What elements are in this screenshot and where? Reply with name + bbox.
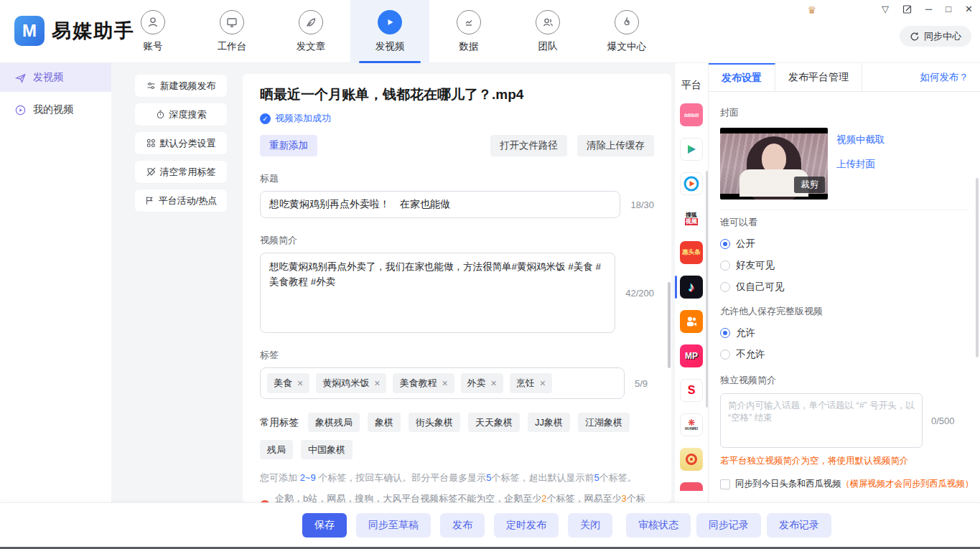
nav-tab-data[interactable]: 数据 [429, 0, 508, 63]
description-textarea[interactable]: 想吃黄焖鸡别再点外卖了，我们在家也能做，方法很简单#黄焖鸡米饭 #美食 #美食教… [260, 253, 615, 333]
main-scrollbar[interactable] [668, 282, 671, 368]
tag-chip-label: 黄焖鸡米饭 [322, 377, 369, 390]
play-circle-icon [14, 104, 27, 116]
platform-youku[interactable] [680, 172, 703, 195]
remove-tag-icon[interactable] [297, 377, 303, 389]
save-permission-allow[interactable]: 允许 [720, 327, 969, 339]
independent-description-note: 若平台独立视频简介为空，将使用默认视频简介 [720, 455, 969, 467]
platform-cutoff[interactable] [680, 482, 703, 502]
common-tag-chip[interactable]: 象棋 [368, 413, 401, 432]
platform-weibo[interactable] [680, 448, 703, 471]
how-to-publish-link[interactable]: 如何发布？ [920, 63, 980, 91]
platform-meipai[interactable]: MP [680, 344, 703, 367]
douyin-icon: ♪ [680, 276, 703, 299]
readd-video-button[interactable]: 重新添加 [260, 135, 317, 156]
user-icon [141, 10, 165, 34]
visibility-option-private[interactable]: 仅自己可见 [720, 281, 969, 294]
tag-chip-label: 美食教程 [399, 377, 437, 390]
meipai-icon: MP [680, 344, 703, 367]
common-tag-chip[interactable]: 残局 [260, 440, 293, 459]
independent-description-label: 独立视频简介 [720, 374, 969, 387]
clear-upload-cache-button[interactable]: 清除上传缓存 [577, 135, 654, 156]
remove-tag-icon[interactable] [491, 377, 497, 389]
maximize-button[interactable]: □ [946, 4, 951, 14]
sync-toutiao-checkbox-row[interactable]: 同步到今日头条和西瓜视频（横屏视频才会同步到西瓜视频） [720, 478, 969, 490]
nav-tab-account[interactable]: 账号 [113, 0, 192, 63]
independent-description-textarea[interactable] [720, 393, 923, 448]
title-input[interactable] [260, 191, 620, 218]
common-tag-chip[interactable]: 象棋残局 [308, 413, 360, 432]
save-button[interactable]: 保存 [302, 513, 347, 538]
publish-records-button[interactable]: 发布记录 [767, 513, 831, 538]
nav-tab-workbench[interactable]: 工作台 [192, 0, 271, 63]
tag-chip: 美食 [267, 373, 309, 393]
capture-from-video-link[interactable]: 视频中截取 [836, 133, 885, 146]
platform-kuaishou[interactable] [680, 310, 703, 333]
close-button[interactable]: ✕ [965, 4, 973, 14]
sync-records-button[interactable]: 同步记录 [696, 513, 761, 538]
tab-publish-settings[interactable]: 发布设置 [709, 63, 775, 91]
cover-thumbnail[interactable]: 裁剪 [720, 128, 828, 200]
sync-to-draft-button[interactable]: 同步至草稿 [356, 513, 431, 538]
upload-cover-link[interactable]: 上传封面 [836, 158, 885, 171]
common-tag-chip[interactable]: 江湖象棋 [578, 413, 630, 432]
tag-chip: 美食教程 [393, 373, 454, 393]
platform-activity-button[interactable]: 平台活动/热点 [135, 189, 227, 212]
review-status-button[interactable]: 审核状态 [626, 513, 691, 538]
new-video-publish-button[interactable]: 新建视频发布 [135, 75, 227, 97]
sync-center-label: 同步中心 [924, 30, 961, 43]
tags-input-box[interactable]: 美食 黄焖鸡米饭 美食教程 外卖 烹饪 [260, 367, 625, 399]
default-category-settings-button[interactable]: 默认分类设置 [135, 132, 227, 154]
tool-button-label: 默认分类设置 [160, 137, 216, 150]
platform-huitoutiao[interactable]: 惠头条 [680, 241, 703, 264]
sidebar-item-publish-video[interactable]: 发视频 [0, 63, 111, 92]
platform-huawei[interactable]: ❋ HUAWEI [680, 413, 703, 436]
visibility-option-public[interactable]: 公开 [720, 238, 969, 250]
remove-tag-icon[interactable] [442, 377, 447, 389]
panel-scrollbar[interactable] [976, 178, 979, 357]
crop-button[interactable]: 裁剪 [794, 177, 825, 193]
sync-center-button[interactable]: 同步中心 [900, 26, 971, 47]
platform-tencent-video[interactable] [680, 138, 703, 161]
checkbox-icon[interactable] [720, 479, 730, 489]
tag-chip: 外卖 [461, 373, 503, 393]
common-tag-chip[interactable]: JJ象棋 [528, 413, 570, 432]
platform-sogou[interactable]: S [680, 379, 703, 402]
deep-search-button[interactable]: 深度搜索 [135, 103, 227, 126]
open-file-path-button[interactable]: 打开文件路径 [490, 135, 567, 156]
publish-button[interactable]: 发布 [440, 513, 485, 538]
minimize-button[interactable]: ─ [925, 4, 932, 14]
nav-tab-hot-center[interactable]: 爆文中心 [587, 0, 666, 63]
title-counter: 18/30 [630, 200, 654, 210]
save-permission-deny[interactable]: 不允许 [720, 348, 969, 361]
common-tag-chip[interactable]: 街头象棋 [409, 413, 460, 432]
remove-tag-icon[interactable] [374, 377, 380, 389]
window-controls: ▽ ─ □ ✕ [882, 4, 973, 14]
platform-bilibili[interactable]: bilibili [680, 103, 703, 126]
nav-tab-publish-article[interactable]: 发文章 [271, 0, 350, 63]
clear-common-tags-button[interactable]: 清空常用标签 [135, 161, 227, 183]
video-filename: 晒最近一个月账单，钱都花在哪儿了？.mp4 [260, 85, 654, 104]
main-nav: 账号 工作台 发文章 发视频 数据 [113, 0, 666, 63]
checkbox-label: 同步到今日头条和西瓜视频 [735, 479, 841, 489]
kuaishou-icon [680, 310, 703, 333]
success-check-icon [260, 113, 271, 124]
sidebar-item-my-videos[interactable]: 我的视频 [0, 96, 111, 123]
tag-chip: 烹饪 [510, 373, 552, 393]
feedback-icon[interactable] [902, 4, 912, 14]
scheduled-publish-button[interactable]: 定时发布 [494, 513, 559, 538]
common-tag-chip[interactable]: 中国象棋 [301, 440, 353, 459]
tab-platform-management[interactable]: 发布平台管理 [775, 63, 862, 91]
tag-chip: 黄焖鸡米饭 [316, 373, 386, 393]
nav-tab-publish-video[interactable]: 发视频 [350, 0, 429, 63]
common-tag-chip[interactable]: 天天象棋 [468, 413, 520, 432]
tray-collapse-icon[interactable]: ▽ [882, 4, 889, 14]
close-form-button[interactable]: 关闭 [568, 513, 612, 538]
nav-tab-team[interactable]: 团队 [508, 0, 587, 63]
remove-tag-icon[interactable] [540, 377, 546, 389]
platform-douyin[interactable]: ♪ [680, 276, 703, 299]
visibility-option-friends[interactable]: 好友可见 [720, 259, 969, 272]
tag-chip-label: 外卖 [467, 377, 486, 390]
topbar: M 易媒助手 账号 工作台 发文章 发视频 [0, 0, 980, 63]
platform-sohu-video[interactable]: 搜狐 视频 [680, 207, 703, 230]
